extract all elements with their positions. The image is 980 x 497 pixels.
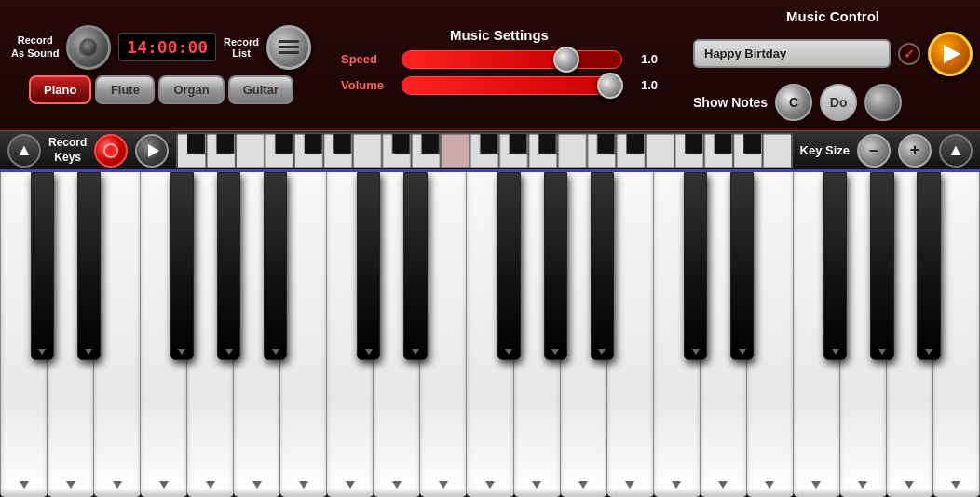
show-notes-label: Show Notes (693, 95, 768, 110)
black-key[interactable] (823, 172, 847, 360)
key-arrow-icon (346, 481, 355, 489)
black-key[interactable] (31, 172, 54, 360)
black-key-arrow-icon (832, 349, 839, 355)
key-arrow-icon (858, 481, 867, 489)
black-key-arrow-icon (365, 349, 373, 355)
white-key[interactable] (420, 172, 467, 497)
black-key[interactable] (264, 172, 287, 360)
speed-value: 1.0 (632, 52, 658, 66)
black-key-arrow-icon (272, 349, 279, 355)
key-arrow-icon (299, 481, 308, 489)
play-song-button[interactable] (928, 32, 973, 76)
instrument-piano-button[interactable]: Piano (29, 75, 91, 104)
key-arrow-icon (66, 481, 75, 489)
key-size-section: Key Size (800, 143, 850, 157)
key-arrow-icon (113, 481, 122, 489)
notes-knob[interactable] (864, 84, 902, 121)
white-key[interactable] (94, 172, 141, 497)
key-arrow-icon (672, 481, 681, 489)
black-key-arrow-icon (178, 349, 185, 355)
note-c-button[interactable]: C (775, 84, 812, 121)
black-key[interactable] (544, 172, 567, 360)
black-key[interactable] (870, 172, 893, 360)
key-arrow-icon (532, 481, 541, 489)
play-icon (944, 45, 960, 63)
note-do-button[interactable]: Do (820, 84, 857, 121)
record-list-button[interactable] (266, 25, 311, 70)
record-dot-icon (103, 143, 118, 158)
black-key-arrow-icon (878, 349, 886, 355)
record-as-sound-knob[interactable] (66, 25, 111, 70)
music-settings-title: Music Settings (450, 27, 549, 43)
black-key[interactable] (170, 172, 194, 360)
music-settings-section: Music Settings Speed 1.0 Volume 1.0 (315, 27, 684, 102)
key-arrow-icon (578, 481, 588, 489)
key-arrow-icon (159, 481, 169, 489)
black-key-arrow-icon (739, 349, 746, 355)
record-keys-label: RecordKeys (48, 136, 87, 165)
black-key[interactable] (403, 172, 427, 360)
scroll-right-button[interactable]: ▲ (939, 134, 973, 168)
key-size-increase-button[interactable]: + (898, 134, 932, 168)
black-key[interactable] (497, 172, 521, 360)
black-key-arrow-icon (225, 349, 233, 355)
speed-slider[interactable] (402, 50, 622, 69)
instrument-buttons: Piano Flute Organ Guitar (29, 75, 293, 104)
black-key-arrow-icon (925, 349, 932, 355)
top-bar: Record As Sound 14:00:00 Record List Pia… (0, 0, 980, 130)
top-controls: Record As Sound 14:00:00 Record List (11, 25, 311, 70)
volume-fill (402, 77, 610, 94)
key-arrow-icon (765, 481, 774, 489)
black-key[interactable] (77, 172, 101, 360)
black-key[interactable] (730, 172, 754, 360)
white-key[interactable] (607, 172, 654, 497)
volume-slider-row: Volume 1.0 (341, 76, 658, 95)
black-key[interactable] (217, 172, 240, 360)
record-list-line2: List (232, 47, 251, 59)
record-as-sound-line2: As Sound (11, 47, 59, 60)
record-as-sound-line1: Record (18, 34, 53, 47)
volume-value: 1.0 (632, 78, 658, 92)
volume-slider[interactable] (402, 76, 622, 95)
black-key-arrow-icon (692, 349, 700, 355)
music-control-section: Music Control Happy Birtday ✓ Show Notes… (684, 8, 973, 121)
black-key-arrow-icon (85, 349, 92, 355)
left-section: Record As Sound 14:00:00 Record List Pia… (7, 25, 315, 104)
key-size-decrease-button[interactable]: – (857, 134, 891, 168)
play-keys-button[interactable] (135, 134, 169, 168)
timer-display: 14:00:00 (118, 33, 216, 61)
black-key[interactable] (357, 172, 380, 360)
black-key-arrow-icon (505, 349, 512, 355)
scroll-left-button[interactable]: ▲ (7, 134, 41, 168)
key-arrow-icon (905, 481, 914, 489)
black-key-arrow-icon (551, 349, 559, 355)
key-arrow-icon (811, 481, 821, 489)
record-list-section: Record List (224, 36, 259, 59)
volume-label: Volume (341, 78, 392, 92)
key-arrow-icon (439, 481, 448, 489)
black-key[interactable] (917, 172, 940, 360)
instrument-guitar-button[interactable]: Guitar (228, 75, 293, 104)
speed-thumb[interactable] (553, 47, 579, 73)
black-key[interactable] (591, 172, 614, 360)
black-key[interactable] (684, 172, 707, 360)
key-arrow-icon (252, 481, 262, 489)
key-arrow-icon (625, 481, 634, 489)
instrument-organ-button[interactable]: Organ (158, 75, 224, 104)
play-small-icon (148, 144, 159, 157)
speed-fill (402, 51, 566, 68)
black-key-arrow-icon (412, 349, 419, 355)
mini-keys-bar (176, 133, 792, 168)
volume-thumb[interactable] (597, 73, 623, 99)
key-arrow-icon (20, 481, 29, 489)
checkmark-circle: ✓ (898, 43, 920, 65)
song-select[interactable]: Happy Birtday (693, 39, 891, 68)
key-arrow-icon (951, 481, 960, 489)
white-key[interactable] (747, 172, 794, 497)
record-button[interactable] (94, 134, 128, 168)
white-key[interactable] (280, 172, 327, 497)
instrument-flute-button[interactable]: Flute (95, 75, 155, 104)
record-list-line1: Record (224, 36, 259, 47)
toolbar: ▲ RecordKeys Key Size – + ▲ (0, 130, 980, 172)
piano-keyboard (0, 172, 980, 497)
